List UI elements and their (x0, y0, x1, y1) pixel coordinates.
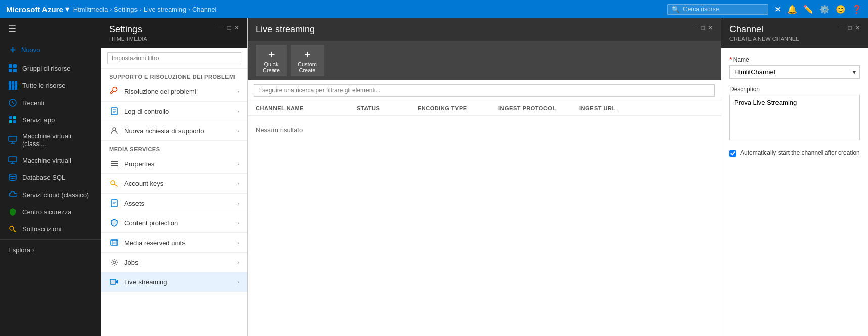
minimize-icon[interactable]: — (692, 24, 698, 31)
settings-item-media-reserved[interactable]: Media reserved units › (101, 233, 247, 253)
edit-icon[interactable]: ✏️ (803, 5, 813, 14)
esplora-label: Esplora (8, 246, 30, 254)
film-icon (109, 237, 119, 248)
brand-logo[interactable]: Microsoft Azure ▾ (6, 5, 69, 14)
chevron-right-icon: › (237, 180, 239, 186)
plus-icon: ＋ (8, 43, 17, 56)
sidebar-item-sottoscrizioni[interactable]: Sottoscrizioni (0, 220, 101, 237)
channel-panel-header: Channel CREATE A NEW CHANNEL — □ ✕ (721, 18, 868, 48)
global-search[interactable]: 🔍 (667, 4, 768, 15)
emoji-icon[interactable]: 😊 (836, 5, 846, 14)
sidebar: ☰ ＋ Nuovo Gruppi di risorse Tutte le ris… (0, 18, 101, 336)
no-results-message: Nessun risultato (248, 116, 721, 144)
close-icon[interactable]: ✕ (774, 5, 781, 14)
sidebar-item-label: Recenti (22, 99, 44, 107)
settings-item-label: Properties (124, 160, 154, 168)
panels-area: Settings HTMLITMEDIA — □ ✕ SUPPORTO E RI… (101, 18, 868, 336)
settings-item-properties[interactable]: Properties › (101, 154, 247, 174)
cloud-icon (8, 190, 17, 199)
sidebar-item-centro-sicurezza[interactable]: Centro sicurezza (0, 203, 101, 220)
notification-icon[interactable]: 🔔 (787, 5, 797, 14)
top-bar: Microsoft Azure ▾ Htmlitmedia › Settings… (0, 0, 868, 18)
sidebar-item-label: Tutte le risorse (22, 82, 66, 89)
chevron-right-icon: › (237, 128, 239, 134)
database-icon (8, 173, 17, 182)
live-search[interactable] (248, 80, 721, 101)
name-select[interactable]: HtmlitChannel (729, 65, 860, 79)
settings-item-risoluzione[interactable]: Risoluzione dei problemi › (101, 82, 247, 102)
breadcrumb-htmlitmedia[interactable]: Htmlitmedia (73, 6, 108, 13)
hamburger-button[interactable]: ☰ (0, 18, 101, 39)
settings-item-label: Nuova richiesta di supporto (124, 127, 204, 135)
svg-rect-42 (111, 200, 117, 207)
sidebar-item-macchine-classico[interactable]: Macchine virtuali (classi... (0, 128, 101, 152)
sidebar-item-label: Sottoscrizioni (22, 225, 61, 233)
search-icon: 🔍 (672, 6, 680, 13)
settings-search-input[interactable] (107, 52, 241, 64)
chevron-right-icon: › (237, 239, 239, 246)
gear2-icon (109, 257, 119, 267)
settings-item-content-protection[interactable]: Content protection › (101, 213, 247, 233)
search-input[interactable] (683, 6, 759, 13)
sidebar-item-macchine[interactable]: Macchine virtuali (0, 152, 101, 169)
channel-panel: Channel CREATE A NEW CHANNEL — □ ✕ * Nam… (721, 18, 868, 336)
sidebar-item-servizi-cloud[interactable]: Servizi cloud (classico) (0, 186, 101, 203)
breadcrumb-live-streaming[interactable]: Live streaming (144, 6, 187, 13)
settings-panel-header: Settings HTMLITMEDIA — □ ✕ (101, 18, 247, 48)
minimize-icon[interactable]: — (839, 24, 845, 31)
settings-item-log[interactable]: Log di controllo › (101, 102, 247, 121)
svg-point-35 (113, 128, 116, 131)
top-bar-right: 🔍 ✕ 🔔 ✏️ ⚙️ 😊 ❓ (667, 4, 862, 15)
esplora-link[interactable]: Esplora › (0, 242, 101, 258)
auto-start-checkbox[interactable] (729, 150, 736, 157)
breadcrumb-channel[interactable]: Channel (192, 6, 216, 13)
maximize-icon[interactable]: □ (701, 24, 705, 31)
new-button[interactable]: ＋ Nuovo (0, 39, 101, 60)
sidebar-item-servizi-app[interactable]: Servizi app (0, 111, 101, 128)
sidebar-item-tutte[interactable]: Tutte le risorse (0, 77, 101, 94)
custom-create-label: CustomCreate (298, 61, 317, 73)
settings-panel-subtitle: HTMLITMEDIA (109, 36, 147, 42)
grid-icon (8, 64, 17, 73)
maximize-icon[interactable]: □ (227, 24, 231, 31)
sidebar-item-recenti[interactable]: Recenti (0, 94, 101, 111)
minimize-icon[interactable]: — (218, 24, 224, 31)
description-label-text: Description (729, 86, 760, 93)
settings-item-live-streaming[interactable]: Live streaming › (101, 272, 247, 292)
key-yellow-icon (109, 178, 119, 188)
channel-panel-controls: — □ ✕ (839, 24, 860, 31)
breadcrumb-settings[interactable]: Settings (114, 6, 138, 13)
settings-item-label: Assets (124, 200, 144, 207)
quick-create-button[interactable]: ＋ QuickCreate (256, 45, 287, 76)
name-select-wrapper[interactable]: HtmlitChannel ▾ (729, 65, 860, 79)
col-header-encoding: ENCODING TYPE (418, 105, 498, 111)
help-icon[interactable]: ❓ (852, 5, 862, 14)
settings-item-account-keys[interactable]: Account keys › (101, 174, 247, 194)
svg-point-27 (10, 226, 14, 230)
channel-panel-title: Channel (729, 24, 799, 35)
sidebar-item-label: Macchine virtuali (22, 157, 71, 164)
plus-icon: ＋ (267, 48, 276, 60)
custom-create-button[interactable]: ＋ CustomCreate (291, 45, 324, 76)
breadcrumb-sep-1: › (110, 6, 112, 12)
maximize-icon[interactable]: □ (848, 24, 852, 31)
settings-item-jobs[interactable]: Jobs › (101, 253, 247, 272)
live-search-input[interactable] (254, 84, 715, 97)
description-textarea[interactable]: Prova Live Streaming (729, 95, 860, 140)
svg-rect-4 (9, 81, 11, 84)
settings-item-assets[interactable]: Assets › (101, 194, 247, 213)
close-icon[interactable]: ✕ (855, 24, 860, 31)
settings-search[interactable] (101, 48, 247, 69)
close-icon[interactable]: ✕ (234, 24, 239, 31)
sidebar-item-label: Macchine virtuali (classi... (22, 132, 93, 148)
name-label: * Name (729, 56, 860, 63)
channel-form: * Name HtmlitChannel ▾ Description Prova (721, 48, 868, 165)
channel-panel-subtitle: CREATE A NEW CHANNEL (729, 36, 799, 42)
sidebar-item-gruppi[interactable]: Gruppi di risorse (0, 60, 101, 77)
settings-item-nuova-richiesta[interactable]: Nuova richiesta di supporto › (101, 121, 247, 141)
description-label: Description (729, 86, 860, 93)
close-icon[interactable]: ✕ (708, 24, 713, 31)
settings-icon[interactable]: ⚙️ (819, 5, 830, 14)
sidebar-item-database[interactable]: Database SQL (0, 169, 101, 186)
svg-rect-10 (9, 87, 11, 90)
